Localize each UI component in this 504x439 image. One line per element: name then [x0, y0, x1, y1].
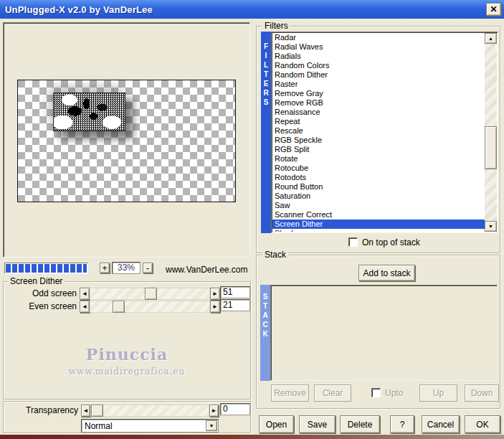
save-button[interactable]: Save	[299, 415, 336, 433]
down-arrow-icon: ▼	[488, 224, 493, 229]
filters-strip: FILTERS	[261, 32, 271, 233]
screen-dither-group: Screen Dither Odd screen ◄ ► 51 Even scr…	[3, 281, 251, 400]
up-arrow-icon: ▲	[488, 36, 493, 41]
progress-segments	[6, 264, 87, 273]
add-to-stack-button[interactable]: Add to stack	[358, 265, 415, 281]
vendor-website: www.VanDerLee.com	[166, 265, 248, 275]
progress-bar	[4, 263, 88, 274]
clear-button[interactable]: Clear	[314, 384, 351, 402]
right-arrow-icon: ►	[211, 408, 217, 414]
filter-list[interactable]: Radar Radial Waves Radials Random Colors…	[271, 32, 498, 233]
filter-item[interactable]: Remove Gray	[272, 89, 485, 98]
zoom-out-button[interactable]: -	[143, 263, 153, 273]
desktop-edge	[0, 435, 504, 439]
transparency-value-field[interactable]: 0	[220, 403, 250, 415]
filter-item[interactable]: Renaissance	[272, 108, 485, 117]
right-arrow-icon: ►	[212, 291, 218, 297]
even-screen-slider-thumb[interactable]	[113, 301, 125, 313]
filters-group-label: Filters	[262, 21, 290, 31]
preview-canvas[interactable]	[17, 80, 236, 202]
watermark: Pinuccia www.maidiregrafica.eu	[4, 345, 250, 377]
filter-item[interactable]: Rotocube	[272, 164, 485, 173]
watermark-name: Pinuccia	[4, 345, 250, 364]
title-bar[interactable]: UnPlugged-X v2.0 by VanDerLee	[0, 0, 504, 19]
filter-item[interactable]: Rescale	[272, 126, 485, 136]
delete-button[interactable]: Delete	[340, 415, 380, 433]
scroll-down-icon[interactable]: ▼	[485, 221, 497, 232]
plugin-dialog: UnPlugged-X v2.0 by VanDerLee ✕ + 33% - …	[0, 0, 504, 439]
chevron-down-icon: ▼	[209, 423, 214, 428]
filter-list-items: Radar Radial Waves Radials Random Colors…	[272, 33, 485, 232]
stack-group-label: Stack	[262, 250, 288, 260]
down-button[interactable]: Down	[465, 384, 499, 402]
filter-item[interactable]: Remove RGB	[272, 98, 485, 108]
filter-item[interactable]: Radial Waves	[272, 42, 485, 52]
filter-item[interactable]: Radar	[272, 33, 485, 42]
filter-list-scrollbar[interactable]: ▲ ▼	[485, 33, 497, 232]
filter-item[interactable]: Raster	[272, 80, 485, 89]
filter-item[interactable]: Rotate	[272, 154, 485, 164]
filter-item[interactable]: Rotodots	[272, 173, 485, 182]
filter-item[interactable]: Repeat	[272, 117, 485, 126]
filter-item-selected[interactable]: Screen Dither	[272, 220, 485, 229]
help-button[interactable]: ?	[390, 415, 414, 433]
watermark-url: www.maidiregrafica.eu	[4, 367, 250, 377]
on-top-of-stack-label: On top of stack	[362, 237, 420, 247]
upto-checkbox[interactable]	[371, 388, 381, 397]
odd-screen-left-arrow-icon[interactable]: ◄	[80, 288, 90, 300]
dithered-preview-image	[53, 93, 125, 131]
screen-dither-group-label: Screen Dither	[8, 276, 65, 286]
zoom-in-button[interactable]: +	[100, 263, 110, 273]
transparency-label: Transparency	[4, 405, 78, 417]
on-top-of-stack-checkbox[interactable]	[348, 237, 358, 247]
cancel-button[interactable]: Cancel	[422, 415, 460, 433]
even-screen-right-arrow-icon[interactable]: ►	[210, 301, 220, 313]
transparency-right-arrow-icon[interactable]: ►	[209, 405, 219, 417]
filter-item[interactable]: RGB Speckle	[272, 136, 485, 145]
blend-mode-select[interactable]: Normal ▼	[81, 419, 219, 433]
right-arrow-icon: ►	[212, 304, 218, 310]
filter-item[interactable]: Random Colors	[272, 61, 485, 70]
up-button[interactable]: Up	[419, 384, 457, 402]
filter-item[interactable]: Round Button	[272, 182, 485, 192]
zoom-level: 33%	[112, 262, 141, 274]
odd-screen-slider[interactable]	[90, 288, 210, 300]
transparency-slider-thumb[interactable]	[91, 405, 103, 417]
dropdown-button[interactable]: ▼	[206, 420, 217, 431]
left-arrow-icon: ◄	[82, 304, 87, 310]
transparency-left-arrow-icon[interactable]: ◄	[81, 405, 90, 417]
left-arrow-icon: ◄	[82, 291, 87, 297]
ok-button[interactable]: OK	[465, 415, 500, 433]
window-title: UnPlugged-X v2.0 by VanDerLee	[0, 4, 153, 15]
filter-item[interactable]: Radials	[272, 52, 485, 61]
open-button[interactable]: Open	[259, 415, 294, 433]
odd-screen-label: Odd screen	[5, 288, 77, 300]
close-icon[interactable]: ✕	[486, 3, 501, 16]
even-screen-slider[interactable]	[90, 301, 210, 313]
even-screen-label: Even screen	[5, 301, 77, 313]
remove-button[interactable]: Remove	[271, 384, 309, 402]
transparency-panel: Transparency ◄ ► 0 Normal ▼	[3, 401, 251, 433]
even-screen-value-field[interactable]: 21	[220, 299, 250, 311]
preview-panel	[3, 22, 250, 258]
left-arrow-icon: ◄	[83, 408, 89, 414]
scrollbar-thumb[interactable]	[485, 126, 497, 169]
stack-list[interactable]	[270, 285, 498, 381]
transparency-slider[interactable]	[90, 405, 209, 417]
upto-label: Upto	[385, 388, 403, 398]
stack-group: Stack Add to stack STACK Remove Clear Up…	[256, 255, 500, 409]
even-screen-left-arrow-icon[interactable]: ◄	[80, 301, 90, 313]
filters-group: Filters FILTERS Radar Radial Waves Radia…	[256, 26, 500, 253]
filter-item[interactable]: RGB Split	[272, 145, 485, 154]
filter-item[interactable]: Shadow	[272, 229, 485, 232]
filter-item[interactable]: Scanner Correct	[272, 210, 485, 220]
filter-item[interactable]: Saturation	[272, 192, 485, 201]
blend-mode-value: Normal	[85, 421, 113, 431]
scroll-up-icon[interactable]: ▲	[485, 33, 497, 44]
filter-item[interactable]: Saw	[272, 201, 485, 210]
odd-screen-slider-thumb[interactable]	[145, 288, 157, 300]
stack-strip: STACK	[260, 285, 270, 381]
odd-screen-value-field[interactable]: 51	[220, 286, 250, 298]
filter-item[interactable]: Random Dither	[272, 70, 485, 80]
odd-screen-right-arrow-icon[interactable]: ►	[210, 288, 220, 300]
